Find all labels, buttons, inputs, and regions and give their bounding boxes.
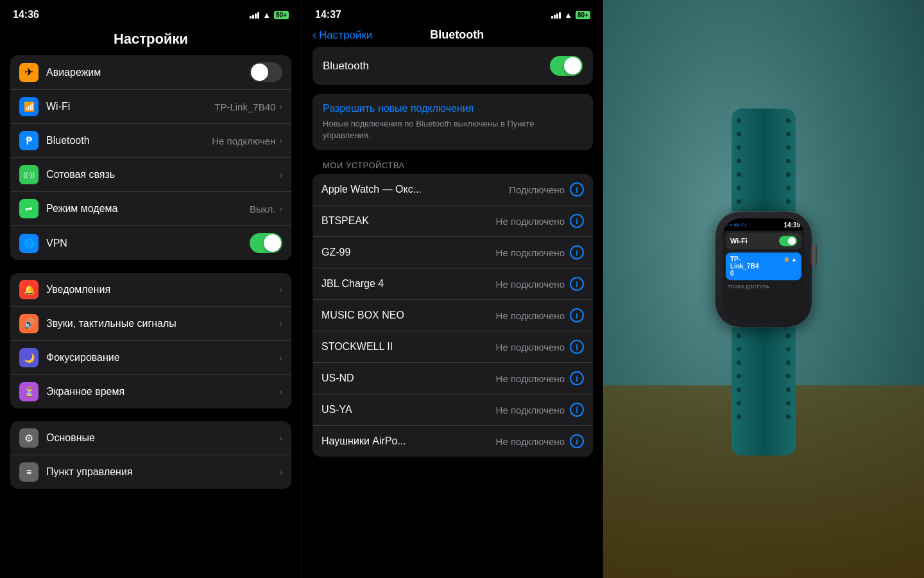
sounds-icon: 🔊 [19,314,38,333]
watch-network-name: TP- [730,256,740,263]
device-gz99[interactable]: GZ-99 Не подключено i [312,237,593,268]
device-stockwell[interactable]: STOCKWELL II Не подключено i [312,331,593,363]
band-hole-b [737,374,741,378]
time-1: 14:36 [13,9,39,21]
photo-background: ‹ < Wi-Fi 14:39 Wi-Fi [603,0,924,578]
allow-new-connections-section: Разрешить новые подключения Новые подклю… [312,94,593,150]
settings-item-hotspot[interactable]: ⇌ Режим модема Выкл. › [10,192,291,226]
control-center-chevron-icon: › [279,467,282,477]
bluetooth-value: Не подключен [212,136,275,146]
settings-item-sounds[interactable]: 🔊 Звуки, тактильные сигналы › [10,307,291,341]
band-hole-b [786,401,791,405]
device-us-ya[interactable]: US-YA Не подключено i [312,394,593,426]
device-musicbox[interactable]: MUSIC BOX NEO Не подключено i [312,300,593,331]
device-status: Не подключено [496,342,565,353]
device-info-btn[interactable]: i [570,434,584,448]
device-info-btn[interactable]: i [570,308,584,322]
device-info-btn[interactable]: i [570,245,584,259]
settings-item-control-center[interactable]: ≡ Пункт управления › [10,455,291,489]
watch-network-name3: 0 [730,270,797,277]
control-center-icon: ≡ [19,462,38,482]
device-status: Не подключено [496,405,565,416]
device-status: Не подключено [496,373,565,384]
watch-hotspots-header: ТОЧКИ ДОСТУПА [726,283,801,290]
band-hole [737,199,741,204]
status-icons-1: ▲ 80+ [250,10,289,20]
settings-item-airplane[interactable]: ✈ Авиарежим [10,55,291,90]
watch-toggle-thumb [788,237,796,245]
band-hole-b [786,360,791,365]
device-info-btn[interactable]: i [570,182,584,197]
notifications-icon: 🔔 [19,280,38,299]
wifi-chevron-icon: › [279,101,282,112]
hotspot-icon: ⇌ [19,199,38,218]
screen-time-chevron-icon: › [279,387,282,397]
wifi-icon: ▲ [262,10,271,20]
settings-item-cellular[interactable]: ((·)) Сотовая связь › [10,158,291,192]
band-hole [786,186,791,190]
device-status: Не подключено [496,279,565,290]
airplane-toggle[interactable] [250,62,282,82]
bluetooth-settings-icon: Ᵽ [19,131,38,150]
band-hole [737,118,741,123]
allow-new-label[interactable]: Разрешить новые подключения [323,103,583,114]
sounds-chevron-icon: › [279,319,282,329]
watch-network-header: TP- 🔒 ▲ [730,256,797,263]
watch-network-name2: Link_7B4 [730,263,797,270]
watch-wifi-screen: Wi-Fi TP- 🔒 ▲ [723,231,805,320]
watch-status-bar: ‹ < Wi-Fi 14:39 [723,218,805,231]
settings-item-general[interactable]: ⚙ Основные › [10,421,291,455]
settings-item-bluetooth[interactable]: Ᵽ Bluetooth Не подключен › [10,124,291,158]
device-apple-watch[interactable]: Apple Watch — Окс... Подключено i [312,174,593,206]
device-name: BTSPEAK [321,215,496,227]
bluetooth-main-toggle[interactable] [550,56,583,76]
band-hole [786,132,791,136]
device-us-nd[interactable]: US-ND Не подключено i [312,363,593,394]
band-hole [737,145,741,150]
hotspot-value: Выкл. [250,204,275,215]
bluetooth-page-title: Bluetooth [372,28,542,42]
cellular-label: Сотовая связь [46,169,279,180]
device-status: Подключено [509,184,565,195]
band-hole-b [786,414,791,419]
device-status: Не подключено [496,247,565,258]
band-hole [737,186,741,190]
device-btspeak[interactable]: BTSPEAK Не подключено i [312,206,593,237]
device-jbl[interactable]: JBL Charge 4 Не подключено i [312,268,593,300]
band-hole [786,172,791,177]
watch-network-icons: 🔒 ▲ [783,256,797,263]
device-info-btn[interactable]: i [570,214,584,228]
screen-time-icon: ⏳ [19,382,38,401]
back-button[interactable]: Настройки [319,29,372,42]
watch-network-row: TP- 🔒 ▲ Link_7B4 0 [726,252,801,280]
settings-item-wifi[interactable]: 📶 Wi-Fi TP-Link_7B40 › [10,90,291,124]
band-hole [737,159,741,163]
watch-photo-panel: ‹ < Wi-Fi 14:39 Wi-Fi [603,0,924,578]
band-hole [737,172,741,177]
watch-band-bottom [732,327,796,455]
band-hole-b [786,347,791,351]
device-info-btn[interactable]: i [570,371,584,385]
airplane-label: Авиарежим [46,67,250,78]
vpn-toggle[interactable] [250,233,282,253]
band-hole-b [737,414,741,419]
band-hole-b [737,387,741,392]
band-hole [786,199,791,204]
band-hole-b [786,387,791,392]
status-bar-2: 14:37 ▲ 80+ [302,0,603,26]
settings-item-screen-time[interactable]: ⏳ Экранное время › [10,375,291,408]
screen-time-label: Экранное время [46,386,279,398]
device-info-btn[interactable]: i [570,277,584,291]
device-name: US-YA [321,404,496,416]
settings-item-notifications[interactable]: 🔔 Уведомления › [10,273,291,307]
device-info-btn[interactable]: i [570,340,584,354]
device-info-btn[interactable]: i [570,403,584,417]
status-bar-1: 14:36 ▲ 80+ [0,0,302,26]
vpn-icon: 🌐 [19,234,38,253]
page-title-1: Настройки [0,26,302,55]
signal-icon [250,11,259,19]
device-airpods[interactable]: Наушники AirPo... Не подключено i [312,426,593,457]
settings-item-vpn[interactable]: 🌐 VPN [10,226,291,260]
settings-item-focus[interactable]: 🌙 Фокусирование › [10,341,291,375]
watch-wifi-signal-icon: ▲ [791,256,797,263]
